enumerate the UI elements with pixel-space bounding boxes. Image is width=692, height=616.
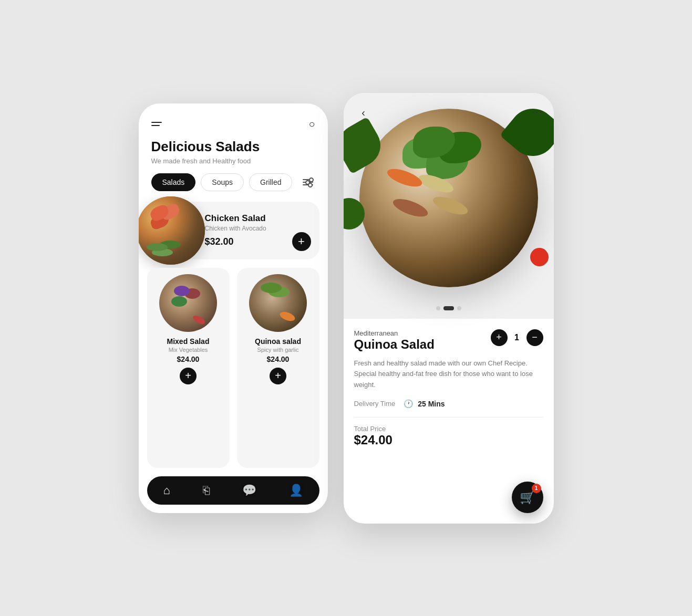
back-button[interactable]: ‹	[354, 103, 373, 122]
grid-cards: Mixed Salad Mix Vegetables $24.00 + Quin…	[139, 268, 328, 468]
nav-chat-button[interactable]: 💬	[242, 484, 256, 497]
page-subtitle: We made fresh and Healthy food	[151, 157, 315, 165]
grid-card-mixed: Mixed Salad Mix Vegetables $24.00 +	[147, 268, 230, 468]
cart-badge: 1	[532, 484, 541, 493]
nav-profile-button[interactable]: 👤	[289, 484, 303, 497]
nav-menu-button[interactable]: ⎗	[203, 484, 210, 497]
qty-decrease-button[interactable]: −	[526, 329, 543, 346]
price-label: Total Price	[354, 425, 393, 433]
dot-3[interactable]	[457, 306, 461, 310]
featured-name: Chicken Salad	[205, 213, 311, 224]
quinoa-salad-image	[249, 274, 307, 332]
mixed-salad-desc: Mix Vegetables	[169, 347, 208, 353]
mixed-salad-name: Mixed Salad	[167, 337, 210, 346]
search-button[interactable]: ○	[308, 118, 315, 130]
dot-1[interactable]	[436, 306, 440, 310]
grid-card-quinoa: Quinoa salad Spicy with garlic $24.00 +	[237, 268, 319, 468]
qty-increase-button[interactable]: +	[491, 329, 508, 346]
featured-bowl-image	[139, 196, 205, 265]
featured-add-button[interactable]: +	[292, 232, 311, 251]
featured-desc: Chicken with Avocado	[205, 225, 311, 232]
quinoa-salad-price: $24.00	[267, 355, 290, 363]
product-image-area: ‹ ⋮	[344, 93, 554, 319]
right-header: ‹ ⋮	[344, 93, 554, 133]
cart-fab-button[interactable]: 🛒 1	[512, 482, 543, 513]
bottom-navigation: ⌂ ⎗ 💬 👤	[147, 476, 319, 505]
quinoa-salad-name: Quinoa salad	[255, 337, 301, 346]
page-title: Delicious Salads	[151, 139, 315, 155]
category-soups[interactable]: Soups	[201, 173, 244, 191]
detail-top-row: Mediterranean Quinoa Salad + 1 −	[354, 329, 543, 352]
delivery-label: Delivery Time	[354, 400, 396, 408]
category-grilled[interactable]: Grilled	[249, 173, 292, 191]
nav-home-button[interactable]: ⌂	[163, 484, 170, 497]
divider	[354, 417, 543, 417]
product-category: Mediterranean	[354, 329, 435, 337]
left-header: ○	[139, 103, 328, 139]
mixed-salad-add-button[interactable]: +	[180, 368, 197, 384]
left-phone: ○ Delicious Salads We made fresh and Hea…	[139, 103, 328, 513]
category-salads[interactable]: Salads	[151, 173, 196, 191]
dot-2[interactable]	[443, 306, 454, 310]
mixed-salad-price: $24.00	[177, 355, 200, 363]
featured-card: Chicken Salad Chicken with Avocado $32.0…	[147, 202, 319, 259]
menu-button[interactable]	[151, 122, 162, 126]
mixed-salad-image	[159, 274, 217, 332]
product-title: Quinoa Salad	[354, 337, 435, 352]
delivery-info: Delivery Time 🕐 25 Mins	[354, 399, 543, 409]
title-section: Delicious Salads We made fresh and Healt…	[139, 139, 328, 173]
delivery-time: 25 Mins	[418, 400, 445, 408]
product-description: Fresh and healthy salad made with our ow…	[354, 358, 543, 391]
quantity-value: 1	[512, 333, 522, 342]
decorative-tomato	[530, 248, 549, 266]
clock-icon: 🕐	[404, 399, 414, 409]
total-price: $24.00	[354, 433, 393, 447]
price-row: Total Price $24.00	[354, 425, 543, 447]
quinoa-salad-desc: Spicy with garlic	[257, 347, 299, 353]
filter-icon[interactable]	[301, 177, 315, 187]
right-phone: ‹ ⋮ Mediterranean	[344, 93, 554, 524]
detail-title-group: Mediterranean Quinoa Salad	[354, 329, 435, 352]
image-dots-indicator	[436, 306, 461, 310]
quinoa-salad-add-button[interactable]: +	[270, 368, 286, 384]
price-group: Total Price $24.00	[354, 425, 393, 447]
more-button[interactable]: ⋮	[530, 107, 544, 119]
bowl-visual-1	[139, 196, 205, 265]
quantity-controls: + 1 −	[491, 329, 543, 346]
